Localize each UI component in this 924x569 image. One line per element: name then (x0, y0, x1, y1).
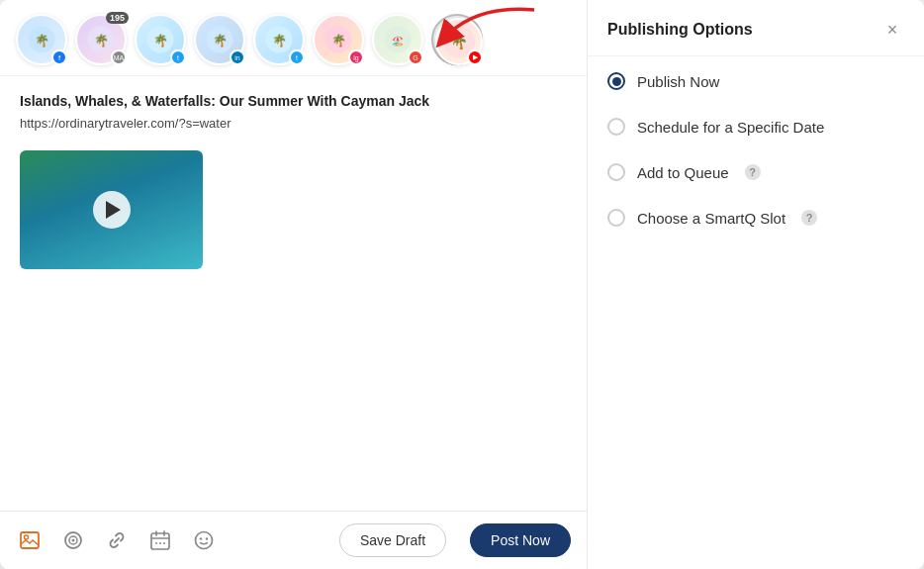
svg-point-21 (72, 539, 75, 542)
bottom-toolbar: Save Draft Post Now (0, 511, 587, 569)
right-header: Publishing Options × (588, 0, 924, 56)
save-draft-button[interactable]: Save Draft (339, 523, 446, 557)
right-panel: Publishing Options × Publish Now Schedul… (588, 0, 924, 569)
option-schedule[interactable]: Schedule for a Specific Date (607, 118, 904, 136)
radio-publish-now[interactable] (607, 72, 625, 90)
post-now-button[interactable]: Post Now (470, 523, 571, 557)
link-icon[interactable] (103, 526, 131, 554)
option-label-schedule: Schedule for a Specific Date (637, 119, 824, 136)
emoji-icon[interactable] (190, 526, 218, 554)
post-title: Islands, Whales, & Waterfalls: Our Summe… (20, 92, 567, 112)
account-youtube[interactable]: 🌴 ▶ (431, 14, 483, 65)
option-label-publish-now: Publish Now (637, 73, 719, 90)
account-instagram[interactable]: 🌴 ig (313, 14, 364, 65)
svg-text:🌴: 🌴 (94, 33, 109, 47)
play-button[interactable] (93, 191, 131, 229)
svg-text:🏖️: 🏖️ (392, 35, 405, 47)
option-label-add-queue: Add to Queue (637, 164, 729, 181)
target-icon[interactable] (59, 526, 87, 554)
post-url: https://ordinarytraveler.com/?s=water (20, 116, 567, 131)
close-button[interactable]: × (880, 18, 904, 42)
svg-text:🌴: 🌴 (450, 33, 468, 50)
left-panel: 🌴 f 🌴 195 MA (0, 0, 588, 569)
account-multi[interactable]: 🌴 195 MA (75, 14, 127, 65)
calendar-icon[interactable] (146, 526, 174, 554)
modal-body: 🌴 f 🌴 195 MA (0, 0, 924, 569)
option-publish-now[interactable]: Publish Now (607, 72, 904, 90)
radio-add-queue[interactable] (607, 163, 625, 181)
help-icon-queue[interactable]: ? (745, 164, 761, 180)
play-triangle-icon (106, 201, 121, 219)
svg-point-26 (196, 532, 213, 549)
account-facebook[interactable]: 🌴 f (16, 14, 67, 65)
radio-schedule[interactable] (607, 118, 625, 136)
help-icon-smartq[interactable]: ? (801, 210, 817, 226)
svg-text:🌴: 🌴 (213, 33, 228, 47)
panel-title: Publishing Options (607, 21, 753, 39)
radio-inner-publish-now (612, 77, 621, 86)
svg-text:🌴: 🌴 (272, 33, 287, 47)
account-google[interactable]: 🏖️ G (372, 14, 423, 65)
account-linkedin[interactable]: 🌴 in (194, 14, 245, 65)
accounts-area: 🌴 f 🌴 195 MA (0, 0, 587, 76)
account-twitter[interactable]: 🌴 t (135, 14, 186, 65)
svg-point-23 (155, 542, 157, 544)
svg-text:🌴: 🌴 (331, 33, 346, 47)
video-thumbnail[interactable] (20, 150, 203, 269)
svg-rect-22 (151, 533, 169, 549)
image-icon[interactable] (16, 526, 44, 554)
modal: 🌴 f 🌴 195 MA (0, 0, 924, 569)
svg-rect-17 (21, 532, 39, 548)
option-label-smartq: Choose a SmartQ Slot (637, 210, 785, 227)
post-content: Islands, Whales, & Waterfalls: Our Summe… (0, 76, 587, 511)
account-twitter2[interactable]: 🌴 t (253, 14, 305, 65)
radio-smartq[interactable] (607, 209, 625, 227)
svg-point-24 (159, 542, 161, 544)
svg-point-25 (163, 542, 165, 544)
svg-text:🌴: 🌴 (153, 33, 168, 47)
svg-text:🌴: 🌴 (35, 33, 49, 47)
svg-point-18 (25, 535, 29, 539)
svg-point-28 (206, 537, 208, 539)
options-list: Publish Now Schedule for a Specific Date… (588, 56, 924, 242)
svg-point-27 (200, 537, 202, 539)
option-smartq[interactable]: Choose a SmartQ Slot ? (607, 209, 904, 227)
accounts-row: 🌴 f 🌴 195 MA (0, 0, 587, 76)
option-add-queue[interactable]: Add to Queue ? (607, 163, 904, 181)
